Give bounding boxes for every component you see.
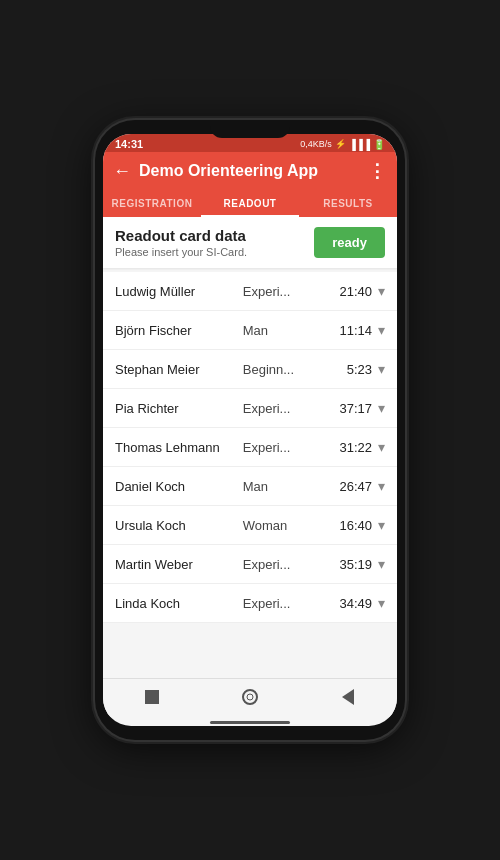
entry-name: Thomas Lehmann [115,440,243,455]
app-title: Demo Orienteering App [139,162,368,180]
back-button[interactable]: ← [113,161,131,182]
chevron-down-icon: ▾ [378,556,385,572]
content-area: Readout card data Please insert your SI-… [103,217,397,678]
ready-button[interactable]: ready [314,227,385,258]
entry-category: Experi... [243,557,334,572]
entry-name: Linda Koch [115,596,243,611]
entry-list: Ludwig Müller Experi... 21:40 ▾ Björn Fi… [103,272,397,623]
entry-category: Woman [243,518,334,533]
home-icon [242,689,258,705]
readout-subtitle: Please insert your SI-Card. [115,246,247,258]
more-button[interactable]: ⋮ [368,160,387,182]
table-row[interactable]: Ludwig Müller Experi... 21:40 ▾ [103,272,397,311]
table-row[interactable]: Thomas Lehmann Experi... 31:22 ▾ [103,428,397,467]
chevron-down-icon: ▾ [378,478,385,494]
entry-name: Daniel Koch [115,479,243,494]
chevron-down-icon: ▾ [378,517,385,533]
status-time: 14:31 [115,138,143,150]
table-row[interactable]: Linda Koch Experi... 34:49 ▾ [103,584,397,623]
readout-header: Readout card data Please insert your SI-… [103,217,397,268]
entry-category: Experi... [243,596,334,611]
status-icons: 0,4KB/s ⚡ ▐▐▐ 🔋 [300,139,385,150]
tab-bar: REGISTRATION READOUT RESULTS [103,190,397,217]
table-row[interactable]: Daniel Koch Man 26:47 ▾ [103,467,397,506]
entry-category: Experi... [243,401,334,416]
table-row[interactable]: Ursula Koch Woman 16:40 ▾ [103,506,397,545]
status-bar: 14:31 0,4KB/s ⚡ ▐▐▐ 🔋 [103,134,397,152]
nav-home-button[interactable] [240,687,260,707]
network-speed: 0,4KB/s [300,139,332,149]
entry-category: Man [243,323,334,338]
tab-registration[interactable]: REGISTRATION [103,190,201,215]
entry-category: Beginn... [243,362,334,377]
entry-name: Ursula Koch [115,518,243,533]
entry-category: Experi... [243,440,334,455]
back-icon [342,689,354,705]
nav-recent-button[interactable] [142,687,162,707]
phone-shell: 14:31 0,4KB/s ⚡ ▐▐▐ 🔋 ← Demo Orienteerin… [95,120,405,740]
table-row[interactable]: Stephan Meier Beginn... 5:23 ▾ [103,350,397,389]
entry-category: Experi... [243,284,334,299]
nav-bar [103,678,397,717]
entry-time: 11:14 [334,323,372,338]
entry-name: Björn Fischer [115,323,243,338]
signal-icon: ▐▐▐ [349,139,370,150]
entry-time: 31:22 [334,440,372,455]
home-indicator [210,721,290,724]
table-row[interactable]: Björn Fischer Man 11:14 ▾ [103,311,397,350]
table-row[interactable]: Pia Richter Experi... 37:17 ▾ [103,389,397,428]
chevron-down-icon: ▾ [378,322,385,338]
readout-info: Readout card data Please insert your SI-… [115,227,247,258]
chevron-down-icon: ▾ [378,595,385,611]
battery-icon: 🔋 [373,139,385,150]
nav-back-button[interactable] [338,687,358,707]
app-bar: ← Demo Orienteering App ⋮ [103,152,397,190]
recent-apps-icon [145,690,159,704]
entry-time: 26:47 [334,479,372,494]
entry-name: Stephan Meier [115,362,243,377]
entry-category: Man [243,479,334,494]
chevron-down-icon: ▾ [378,283,385,299]
table-row[interactable]: Martin Weber Experi... 35:19 ▾ [103,545,397,584]
entry-time: 5:23 [334,362,372,377]
entry-name: Ludwig Müller [115,284,243,299]
chevron-down-icon: ▾ [378,400,385,416]
entry-time: 21:40 [334,284,372,299]
entry-time: 16:40 [334,518,372,533]
tab-results[interactable]: RESULTS [299,190,397,215]
chevron-down-icon: ▾ [378,439,385,455]
screen: 14:31 0,4KB/s ⚡ ▐▐▐ 🔋 ← Demo Orienteerin… [103,134,397,726]
chevron-down-icon: ▾ [378,361,385,377]
bluetooth-icon: ⚡ [335,139,346,149]
readout-title: Readout card data [115,227,247,244]
entry-time: 35:19 [334,557,372,572]
entry-time: 34:49 [334,596,372,611]
entry-name: Pia Richter [115,401,243,416]
entry-time: 37:17 [334,401,372,416]
tab-readout[interactable]: READOUT [201,190,299,215]
entry-name: Martin Weber [115,557,243,572]
